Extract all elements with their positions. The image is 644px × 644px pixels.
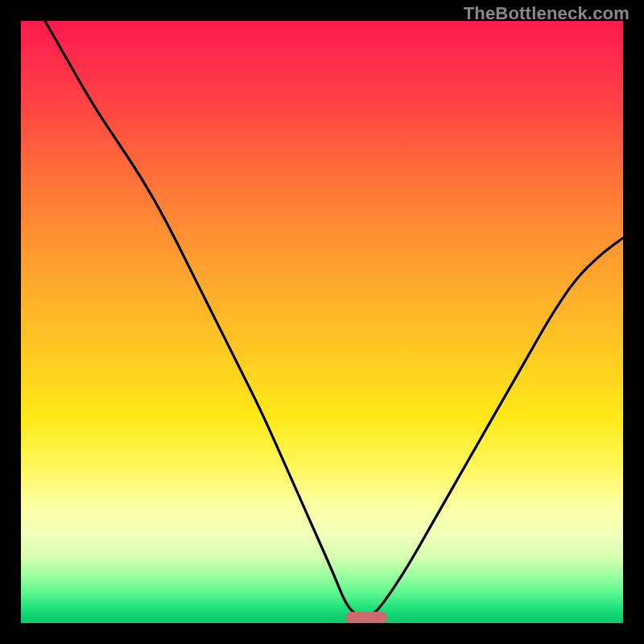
trough-marker [345, 612, 387, 623]
chart-frame: TheBottleneck.com [0, 0, 644, 644]
watermark-text: TheBottleneck.com [464, 3, 630, 24]
bottleneck-curve [21, 21, 623, 623]
